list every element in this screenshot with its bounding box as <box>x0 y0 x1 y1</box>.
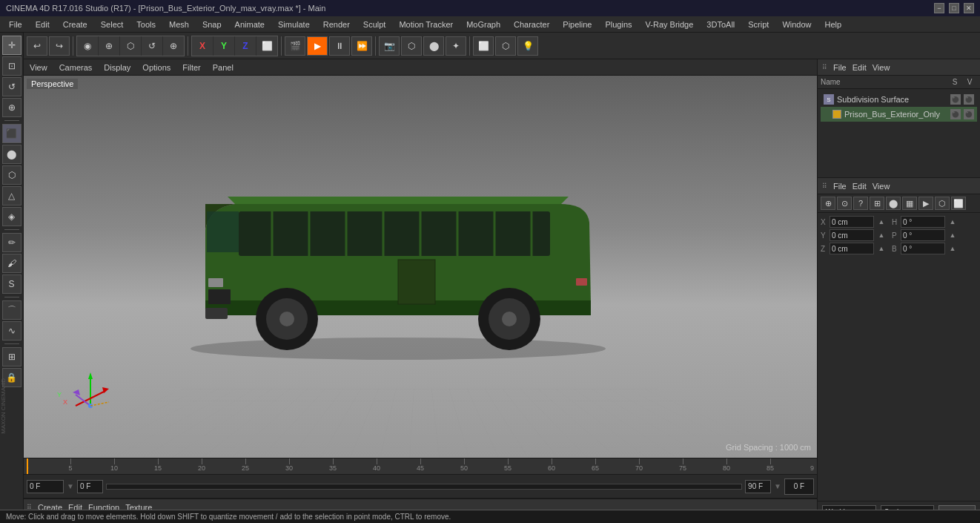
obj-vis-s[interactable]: ⚫ <box>950 94 961 105</box>
attr-anim-btn-3[interactable]: ? <box>853 197 868 210</box>
attr-anim-btn-2[interactable]: ⊙ <box>837 197 852 210</box>
mesh-mode-button[interactable]: ⊕ <box>99 36 119 56</box>
options-menu[interactable]: Options <box>139 63 173 72</box>
b-rot-input[interactable] <box>901 243 945 254</box>
attr-edit-menu[interactable]: Edit <box>852 182 867 191</box>
sculpt-tool-button[interactable]: ⌒ <box>2 300 21 320</box>
timeline-bar[interactable] <box>106 484 742 490</box>
timeline-playhead[interactable] <box>27 458 28 475</box>
menu-item-animate[interactable]: Animate <box>229 19 271 30</box>
x-arrow-up[interactable]: ▲ <box>875 218 887 226</box>
cone-tool-button[interactable]: △ <box>2 186 21 205</box>
menu-item-window[interactable]: Window <box>776 19 817 30</box>
render-region-button[interactable]: 🎬 <box>285 36 305 56</box>
viewport-canvas[interactable]: Y X Grid Spacing : 1000 cm <box>24 76 817 458</box>
obj-view-menu[interactable]: View <box>873 63 890 72</box>
transform-gizmo[interactable] <box>68 369 113 413</box>
menu-item-file[interactable]: File <box>3 19 28 30</box>
z-pos-input[interactable] <box>830 243 874 254</box>
filter-menu[interactable]: Filter <box>179 63 203 72</box>
attr-file-menu[interactable]: File <box>833 182 847 191</box>
menu-item-plugins[interactable]: Plugins <box>599 19 638 30</box>
attr-anim-btn-8[interactable]: ⬡ <box>935 197 950 210</box>
p-rot-input[interactable] <box>901 229 945 241</box>
y-axis-button[interactable]: Y <box>213 36 234 56</box>
win-minimize-button[interactable]: − <box>934 3 944 13</box>
lights-button[interactable]: 💡 <box>517 36 538 56</box>
menu-item-tools[interactable]: Tools <box>130 19 162 30</box>
menu-item-simulate[interactable]: Simulate <box>272 19 316 30</box>
menu-item-edit[interactable]: Edit <box>30 19 56 30</box>
menu-item-help[interactable]: Help <box>819 19 848 30</box>
undo-button[interactable]: ↩ <box>27 36 47 56</box>
select-tool-button[interactable]: ⊕ <box>2 98 21 117</box>
obj-vis-v[interactable]: ⚫ <box>964 94 974 105</box>
menu-item-v-ray-bridge[interactable]: V-Ray Bridge <box>640 19 700 30</box>
poly-mode-button[interactable]: ⬡ <box>120 36 141 56</box>
render-view-button[interactable]: ▶ <box>307 36 328 56</box>
render-queue-button[interactable]: ⏩ <box>351 36 372 56</box>
cube-tool-button[interactable]: ⬛ <box>2 124 21 143</box>
point-mode-button[interactable]: ⊕ <box>163 36 184 56</box>
pen-tool-button[interactable]: ✏ <box>2 233 21 252</box>
cameras-menu[interactable]: Cameras <box>56 63 96 72</box>
menu-item-pipeline[interactable]: Pipeline <box>557 19 597 30</box>
menu-item-3dtoall[interactable]: 3DToAll <box>701 19 741 30</box>
menu-item-snap[interactable]: Snap <box>196 19 228 30</box>
grid-tool-button[interactable]: ⊞ <box>2 347 21 366</box>
menu-item-create[interactable]: Create <box>57 19 93 30</box>
attr-anim-btn-7[interactable]: ▶ <box>918 197 933 210</box>
display-menu[interactable]: Display <box>101 63 133 72</box>
obj-item-subdivision[interactable]: S Subdivision Surface ⚫ ⚫ <box>821 92 977 107</box>
cylinder-tool-button[interactable]: ⬡ <box>2 165 21 185</box>
menu-item-render[interactable]: Render <box>317 19 356 30</box>
obj-item-bus[interactable]: Prison_Bus_Exterior_Only ⚫ ⚫ <box>821 107 977 122</box>
nurbs-tool-button[interactable]: ◈ <box>2 207 21 226</box>
menu-item-script[interactable]: Script <box>742 19 775 30</box>
view1-button[interactable]: ⬜ <box>473 36 494 56</box>
menu-item-character[interactable]: Character <box>508 19 555 30</box>
frame-start-input[interactable] <box>77 480 103 493</box>
attr-anim-btn-9[interactable]: ⬜ <box>951 197 966 210</box>
viewport[interactable]: View Cameras Display Options Filter Pane… <box>24 59 817 458</box>
b-arrow[interactable]: ▲ <box>947 245 959 252</box>
camera-button[interactable]: 📷 <box>379 36 400 56</box>
menu-item-select[interactable]: Select <box>95 19 130 30</box>
edge-mode-button[interactable]: ↺ <box>142 36 162 56</box>
current-frame-input[interactable] <box>27 480 64 493</box>
win-maximize-button[interactable]: □ <box>949 3 959 13</box>
frame-end-input[interactable] <box>745 480 771 493</box>
obj-file-menu[interactable]: File <box>833 63 847 72</box>
lock-tool-button[interactable]: 🔒 <box>2 368 21 387</box>
win-close-button[interactable]: ✕ <box>964 3 974 13</box>
z-arrow-up[interactable]: ▲ <box>875 245 887 252</box>
z-axis-button[interactable]: Z <box>235 36 256 56</box>
paint-tool-button[interactable]: 🖌 <box>2 254 21 273</box>
h-rot-input[interactable] <box>901 216 945 228</box>
menu-item-mograph[interactable]: MoGraph <box>460 19 506 30</box>
menu-item-sculpt[interactable]: Sculpt <box>357 19 392 30</box>
stamp-tool-button[interactable]: S <box>2 274 21 294</box>
menu-item-mesh[interactable]: Mesh <box>163 19 195 30</box>
attr-anim-btn-6[interactable]: ▦ <box>902 197 917 210</box>
move-tool-button[interactable]: ✛ <box>2 36 21 55</box>
x-axis-button[interactable]: X <box>192 36 213 56</box>
attr-view-menu[interactable]: View <box>873 182 890 191</box>
objects-button[interactable]: ⬤ <box>423 36 444 56</box>
obj-edit-menu[interactable]: Edit <box>852 63 867 72</box>
view-menu[interactable]: View <box>27 63 50 72</box>
panel-menu[interactable]: Panel <box>210 63 236 72</box>
floor-button[interactable]: ⬡ <box>401 36 422 56</box>
rotate-tool-button[interactable]: ↺ <box>2 77 21 96</box>
render-settings-button[interactable]: ⏸ <box>329 36 350 56</box>
y-pos-input[interactable] <box>830 229 874 241</box>
attr-anim-btn-4[interactable]: ⊞ <box>870 197 884 210</box>
attr-anim-btn-5[interactable]: ⬤ <box>886 197 901 210</box>
sphere-tool-button[interactable]: ⬤ <box>2 145 21 164</box>
redo-button[interactable]: ↪ <box>49 36 70 56</box>
attr-anim-btn-1[interactable]: ⊕ <box>821 197 835 210</box>
world-axis-button[interactable]: ⬜ <box>256 36 277 56</box>
menu-item-motion-tracker[interactable]: Motion Tracker <box>393 19 459 30</box>
x-pos-input[interactable] <box>830 216 874 228</box>
obj-vis-s2[interactable]: ⚫ <box>950 109 961 119</box>
